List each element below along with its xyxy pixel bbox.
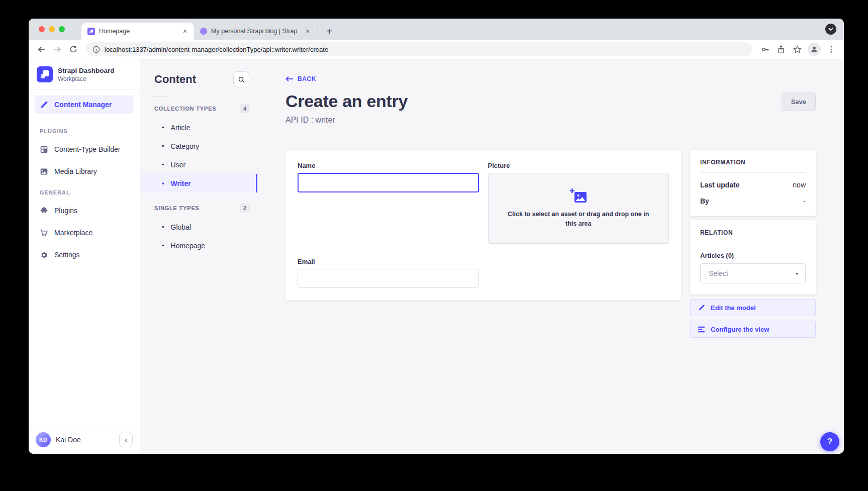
- forward-arrow-icon: [53, 45, 62, 54]
- content-row: Name Picture: [285, 150, 816, 338]
- collapse-sidebar-button[interactable]: ‹: [119, 432, 133, 447]
- name-input[interactable]: [298, 173, 479, 192]
- layout-icon: [40, 145, 48, 154]
- info-value: now: [793, 181, 806, 189]
- search-button[interactable]: [233, 71, 249, 87]
- subnav-header: Content: [140, 59, 257, 87]
- search-icon: [238, 76, 245, 83]
- group-collection-types: COLLECTION TYPES 4: [140, 104, 257, 113]
- person-icon: [810, 45, 818, 53]
- browser-profile-button[interactable]: [808, 43, 821, 56]
- email-label: Email: [298, 258, 479, 265]
- pen-icon: [40, 101, 48, 109]
- sidebar-item-label: Content Manager: [54, 101, 112, 109]
- bullet-icon: •: [162, 124, 164, 131]
- browser-menu-button[interactable]: ⋮: [824, 42, 839, 57]
- subnav-item-category[interactable]: • Category: [140, 137, 257, 155]
- add-image-icon: [569, 188, 588, 204]
- sidebar-item-marketplace[interactable]: Marketplace: [35, 224, 134, 242]
- sidebar-nav: Content Manager PLUGINS Content-Type Bui…: [29, 89, 140, 268]
- group-title: SINGLE TYPES: [154, 205, 200, 211]
- share-button[interactable]: [774, 42, 789, 57]
- browser-toolbar: localhost:1337/admin/content-manager/col…: [29, 40, 844, 59]
- subnav-item-label: Homepage: [171, 242, 206, 250]
- chevron-left-icon: ‹: [125, 436, 127, 444]
- strapi-favicon-icon: [87, 28, 95, 35]
- page-title: Create an entry: [285, 91, 408, 111]
- name-label: Name: [298, 162, 479, 169]
- tab-strapi-blog[interactable]: My personal Strapi blog | Strap ×: [194, 23, 317, 40]
- bullet-icon: •: [162, 161, 164, 168]
- tab-homepage[interactable]: Homepage ×: [81, 23, 194, 40]
- count-badge: 2: [240, 204, 250, 213]
- email-input[interactable]: [298, 269, 479, 288]
- back-link[interactable]: BACK: [285, 75, 316, 82]
- sidebar-item-label: Media Library: [54, 167, 97, 175]
- sidebar-item-content-manager[interactable]: Content Manager: [35, 95, 134, 114]
- tab-search-button[interactable]: [825, 24, 836, 35]
- back-arrow-icon: [37, 45, 46, 54]
- help-button[interactable]: ?: [820, 432, 839, 451]
- user-avatar[interactable]: KD: [36, 432, 51, 447]
- subnav-item-article[interactable]: • Article: [140, 118, 257, 137]
- page-header: Create an entry API ID : writer Save: [285, 91, 816, 125]
- strapi-logo-icon: [37, 66, 53, 82]
- sidebar-item-label: Plugins: [54, 207, 77, 215]
- configure-view-button[interactable]: Configure the view: [690, 321, 816, 338]
- back-button[interactable]: [34, 42, 49, 57]
- forward-button[interactable]: [50, 42, 65, 57]
- blog-favicon-icon: [200, 28, 207, 35]
- main-content: BACK Create an entry API ID : writer Sav…: [257, 59, 844, 454]
- password-manager-button[interactable]: [757, 42, 773, 57]
- subnav-item-label: Article: [171, 124, 190, 132]
- tab-close-icon[interactable]: ×: [181, 27, 189, 35]
- new-tab-button[interactable]: +: [322, 24, 336, 38]
- sidebar-item-settings[interactable]: Settings: [35, 246, 134, 264]
- picture-label: Picture: [488, 162, 669, 169]
- chevron-down-icon: [828, 28, 833, 31]
- puzzle-icon: [40, 207, 48, 215]
- sidebar-divider: [39, 119, 130, 119]
- sidebar-item-media-library[interactable]: Media Library: [35, 162, 134, 180]
- subnav-item-homepage[interactable]: • Homepage: [140, 236, 257, 255]
- picture-dropzone[interactable]: Click to select an asset or drag and dro…: [488, 173, 669, 244]
- sidebar-item-label: Settings: [54, 251, 80, 259]
- group-single-types: SINGLE TYPES 2: [140, 204, 257, 213]
- save-button[interactable]: Save: [782, 92, 816, 111]
- edit-model-button[interactable]: Edit the model: [690, 299, 816, 316]
- subnav-item-global[interactable]: • Global: [140, 218, 257, 236]
- sidebar-footer: KD Kai Doe ‹: [29, 425, 140, 454]
- subnav-item-label: Category: [171, 142, 200, 150]
- tab-close-icon[interactable]: ×: [304, 27, 312, 35]
- sidebar-item-content-type-builder[interactable]: Content-Type Builder: [35, 140, 134, 158]
- tab-separator: [318, 27, 318, 36]
- bullet-icon: •: [162, 223, 164, 231]
- url-text: localhost:1337/admin/content-manager/col…: [105, 46, 328, 53]
- information-title: INFORMATION: [700, 159, 806, 166]
- subnav-item-user[interactable]: • User: [140, 155, 257, 174]
- subnav-item-label: Global: [171, 223, 191, 231]
- group-title: COLLECTION TYPES: [154, 106, 216, 112]
- close-window-button[interactable]: [39, 26, 45, 32]
- subnav-item-writer[interactable]: • Writer: [140, 174, 257, 192]
- content-subnav: Content COLLECTION TYPES 4 • Article • C…: [140, 59, 257, 454]
- gear-icon: [40, 251, 48, 259]
- reload-button[interactable]: [66, 42, 81, 57]
- configure-view-label: Configure the view: [711, 326, 769, 333]
- sidebar-item-plugins[interactable]: Plugins: [35, 202, 134, 220]
- picture-icon: [40, 167, 48, 176]
- workspace-label: Workplace: [58, 75, 115, 82]
- address-bar[interactable]: localhost:1337/admin/content-manager/col…: [86, 42, 752, 56]
- tab-title: Homepage: [99, 28, 177, 35]
- info-row-by: By -: [700, 197, 806, 205]
- zoom-window-button[interactable]: [59, 26, 65, 32]
- entry-form-card: Name Picture: [285, 150, 681, 300]
- articles-select[interactable]: Select ▾: [700, 263, 806, 283]
- bookmark-button[interactable]: [790, 42, 805, 57]
- minimize-window-button[interactable]: [49, 26, 55, 32]
- active-indicator: [256, 174, 257, 192]
- panel-divider: [700, 243, 806, 243]
- section-label-plugins: PLUGINS: [40, 128, 140, 134]
- app-title: Strapi Dashboard: [58, 67, 115, 74]
- tab-strip: Homepage × My personal Strapi blog | Str…: [29, 19, 844, 40]
